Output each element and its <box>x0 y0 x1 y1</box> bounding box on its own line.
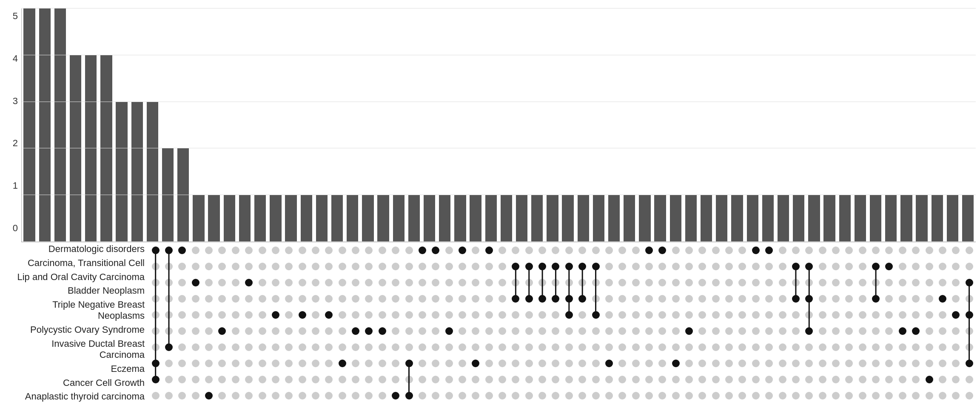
inactive-dot <box>245 360 253 367</box>
dot-column <box>949 242 963 404</box>
bar <box>85 55 97 242</box>
inactive-dot <box>685 279 693 286</box>
inactive-dot <box>259 246 266 254</box>
inactive-dot <box>832 295 840 303</box>
inactive-dot <box>926 311 933 319</box>
inactive-dot <box>285 376 293 383</box>
inactive-dot <box>339 311 346 319</box>
bar-column <box>530 8 545 242</box>
inactive-dot <box>472 263 479 270</box>
inactive-dot <box>805 246 813 254</box>
inactive-dot <box>658 343 666 351</box>
inactive-dot <box>658 311 666 319</box>
active-dot <box>205 392 213 400</box>
bar <box>578 195 589 242</box>
inactive-dot <box>485 295 493 303</box>
inactive-dot <box>819 327 826 335</box>
active-dot <box>392 392 399 400</box>
inactive-dot <box>432 392 439 400</box>
inactive-dot <box>299 263 306 270</box>
inactive-dot <box>899 263 906 270</box>
inactive-dot <box>899 279 906 286</box>
inactive-dot <box>525 376 533 383</box>
bar <box>654 195 666 242</box>
inactive-dot <box>552 327 559 335</box>
inactive-dot <box>752 392 760 400</box>
y-tick: 2 <box>13 138 18 149</box>
inactive-dot <box>899 392 906 400</box>
active-dot <box>152 246 160 254</box>
inactive-dot <box>299 376 306 383</box>
inactive-dot <box>325 279 333 286</box>
inactive-dot <box>779 392 786 400</box>
inactive-dot <box>352 376 359 383</box>
inactive-dot <box>578 343 586 351</box>
inactive-dot <box>605 327 613 335</box>
inactive-dot <box>752 295 760 303</box>
bar-column <box>268 8 283 242</box>
inactive-dot <box>232 246 239 254</box>
inactive-dot <box>592 376 600 383</box>
inactive-dot <box>552 343 559 351</box>
inactive-dot <box>738 263 746 270</box>
inactive-dot <box>872 327 880 335</box>
y-tick: 0 <box>13 223 18 234</box>
inactive-dot <box>698 311 706 319</box>
inactive-dot <box>165 392 173 400</box>
bar-column <box>806 8 822 242</box>
inactive-dot <box>499 263 506 270</box>
inactive-dot <box>525 246 533 254</box>
inactive-dot <box>245 263 253 270</box>
inactive-dot <box>499 246 506 254</box>
inactive-dot <box>565 392 573 400</box>
bar <box>793 195 804 242</box>
dot-column <box>549 242 562 404</box>
inactive-dot <box>618 246 626 254</box>
inactive-dot <box>926 360 933 367</box>
inactive-dot <box>152 279 160 286</box>
inactive-dot <box>312 263 319 270</box>
bar <box>762 195 774 242</box>
dot-column <box>429 242 442 404</box>
inactive-dot <box>885 392 893 400</box>
inactive-dot <box>632 392 640 400</box>
inactive-dot <box>459 392 466 400</box>
inactive-dot <box>578 279 586 286</box>
inactive-dot <box>645 360 653 367</box>
active-dot <box>792 263 800 270</box>
active-dot <box>872 263 880 270</box>
bar <box>116 102 127 242</box>
inactive-dot <box>565 327 573 335</box>
inactive-dot <box>245 376 253 383</box>
inactive-dot <box>645 311 653 319</box>
bar-column <box>637 8 652 242</box>
inactive-dot <box>578 246 586 254</box>
inactive-dot <box>405 295 413 303</box>
y-tick: 5 <box>13 11 18 22</box>
inactive-dot <box>259 327 266 335</box>
inactive-dot <box>618 279 626 286</box>
inactive-dot <box>312 392 319 400</box>
inactive-dot <box>832 376 840 383</box>
bar <box>485 195 497 242</box>
dot-column <box>322 242 336 404</box>
inactive-dot <box>712 279 720 286</box>
active-dot <box>578 295 586 303</box>
inactive-dot <box>592 246 600 254</box>
inactive-dot <box>779 327 786 335</box>
inactive-dot <box>299 279 306 286</box>
inactive-dot <box>632 263 640 270</box>
inactive-dot <box>165 376 173 383</box>
inactive-dot <box>672 246 680 254</box>
dot-column <box>229 242 242 404</box>
inactive-dot <box>405 343 413 351</box>
inactive-dot <box>192 311 199 319</box>
inactive-dot <box>259 311 266 319</box>
bar <box>747 195 758 242</box>
inactive-dot <box>165 295 173 303</box>
inactive-dot <box>819 263 826 270</box>
bar-column <box>652 8 668 242</box>
inactive-dot <box>485 279 493 286</box>
inactive-dot <box>939 376 946 383</box>
inactive-dot <box>738 311 746 319</box>
